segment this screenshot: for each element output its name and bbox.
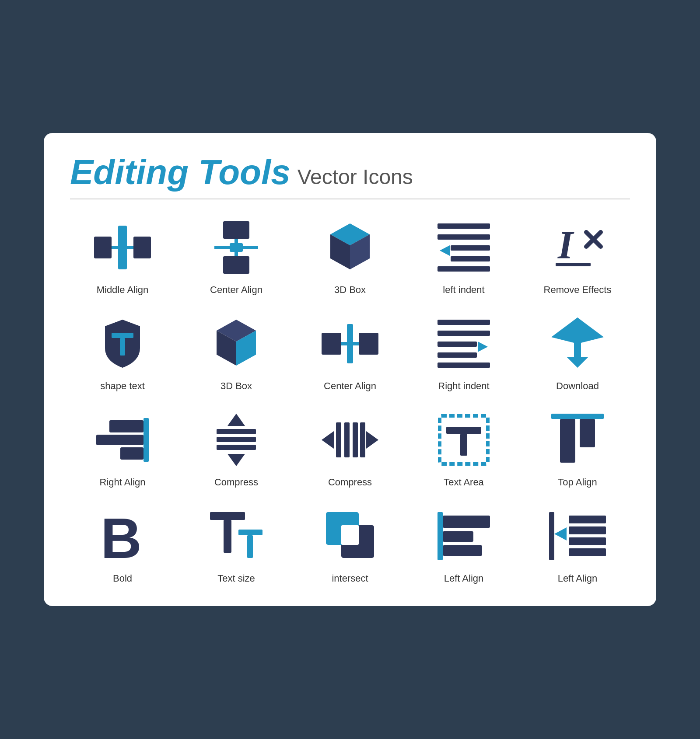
header-divider — [70, 199, 630, 199]
svg-rect-80 — [569, 537, 606, 545]
svg-rect-68 — [247, 535, 253, 558]
svg-rect-32 — [341, 342, 347, 345]
icon-item-3d-box-1: 3D Box — [298, 217, 402, 296]
shape-text-icon — [92, 313, 153, 374]
right-align-icon — [92, 409, 153, 471]
header-title: Editing Tools — [70, 155, 290, 190]
icon-item-text-size: Text size — [184, 505, 289, 584]
svg-rect-54 — [344, 422, 350, 457]
center-align-2-icon — [319, 313, 381, 374]
center-align-1-label: Center Align — [210, 284, 262, 296]
svg-rect-44 — [109, 420, 144, 432]
icon-item-compress-1: Compress — [184, 409, 289, 488]
bold-icon: B — [92, 505, 153, 567]
compress-1-icon — [206, 409, 267, 471]
icon-item-3d-box-2: 3D Box — [184, 313, 289, 392]
svg-rect-16 — [451, 245, 490, 251]
svg-rect-6 — [223, 256, 249, 274]
svg-rect-65 — [210, 512, 245, 520]
svg-marker-77 — [554, 527, 567, 540]
center-align-1-icon — [206, 217, 267, 278]
3d-box-2-label: 3D Box — [220, 380, 252, 392]
icon-item-bold: B Bold — [70, 505, 175, 584]
icon-item-text-area: Text Area — [411, 409, 516, 488]
right-align-label: Right Align — [99, 477, 145, 488]
right-indent-icon — [433, 313, 494, 374]
svg-marker-19 — [440, 245, 450, 256]
svg-rect-55 — [353, 422, 358, 457]
text-size-label: Text size — [217, 573, 255, 584]
icon-item-left-align-2: Left Align — [525, 505, 630, 584]
svg-marker-47 — [228, 414, 245, 426]
svg-rect-10 — [230, 243, 243, 252]
svg-rect-30 — [359, 333, 378, 355]
icon-item-left-align-1: Left Align — [411, 505, 516, 584]
svg-marker-51 — [228, 454, 245, 466]
svg-rect-29 — [322, 333, 341, 355]
icon-item-left-indent: left indent — [411, 217, 516, 296]
svg-marker-52 — [322, 431, 334, 449]
svg-rect-18 — [438, 266, 490, 272]
svg-rect-71 — [341, 525, 359, 545]
svg-rect-1 — [133, 237, 151, 258]
svg-rect-37 — [438, 352, 477, 358]
compress-2-icon — [319, 409, 381, 471]
svg-rect-81 — [569, 548, 606, 556]
svg-rect-49 — [217, 437, 256, 442]
intersect-label: intersect — [332, 573, 368, 584]
svg-rect-24 — [112, 333, 133, 338]
svg-rect-4 — [127, 246, 133, 249]
icon-item-right-indent: Right indent — [411, 313, 516, 392]
svg-rect-25 — [120, 338, 125, 356]
svg-rect-17 — [451, 256, 490, 261]
download-label: Download — [556, 380, 599, 392]
svg-marker-40 — [551, 317, 604, 344]
3d-box-1-label: 3D Box — [334, 284, 366, 296]
text-size-icon — [206, 505, 267, 567]
right-indent-label: Right indent — [438, 380, 489, 392]
left-indent-icon — [433, 217, 494, 278]
icon-item-intersect: intersect — [298, 505, 402, 584]
top-align-label: Top Align — [558, 477, 597, 488]
3d-box-1-icon — [319, 217, 381, 278]
svg-rect-72 — [438, 512, 443, 560]
top-align-icon — [547, 409, 608, 471]
svg-rect-59 — [446, 427, 481, 434]
icon-item-top-align: Top Align — [525, 409, 630, 488]
icon-item-middle-align: Middle Align — [70, 217, 175, 296]
svg-rect-43 — [144, 418, 149, 462]
svg-rect-35 — [438, 331, 490, 336]
svg-marker-42 — [567, 357, 588, 368]
header: Editing Tools Vector Icons — [70, 155, 630, 190]
center-align-2-label: Center Align — [324, 380, 376, 392]
compress-1-label: Compress — [214, 477, 258, 488]
left-align-1-label: Left Align — [444, 573, 484, 584]
svg-rect-53 — [336, 422, 341, 457]
svg-rect-0 — [94, 237, 112, 258]
shape-text-label: shape text — [100, 380, 145, 392]
svg-rect-66 — [224, 520, 231, 553]
compress-2-label: Compress — [328, 477, 372, 488]
svg-rect-57 — [360, 422, 365, 457]
3d-box-2-icon — [206, 313, 267, 374]
svg-marker-39 — [478, 342, 488, 352]
svg-marker-56 — [366, 431, 378, 449]
svg-rect-63 — [580, 419, 595, 447]
middle-align-icon — [92, 217, 153, 278]
left-align-2-icon — [547, 505, 608, 567]
svg-rect-78 — [569, 516, 606, 523]
svg-text:I: I — [557, 223, 574, 267]
left-align-1-icon — [433, 505, 494, 567]
svg-rect-2 — [118, 226, 127, 269]
svg-rect-38 — [438, 363, 490, 368]
download-icon — [547, 313, 608, 374]
svg-rect-61 — [551, 414, 604, 419]
svg-rect-3 — [112, 246, 118, 249]
left-indent-label: left indent — [443, 284, 484, 296]
svg-rect-31 — [347, 324, 353, 363]
svg-rect-33 — [353, 342, 359, 345]
remove-effects-label: Remove Effects — [544, 284, 612, 296]
icon-item-compress-2: Compress — [298, 409, 402, 488]
main-card: Editing Tools Vector Icons Middle Align — [44, 133, 656, 606]
remove-effects-icon: I — [547, 217, 608, 278]
